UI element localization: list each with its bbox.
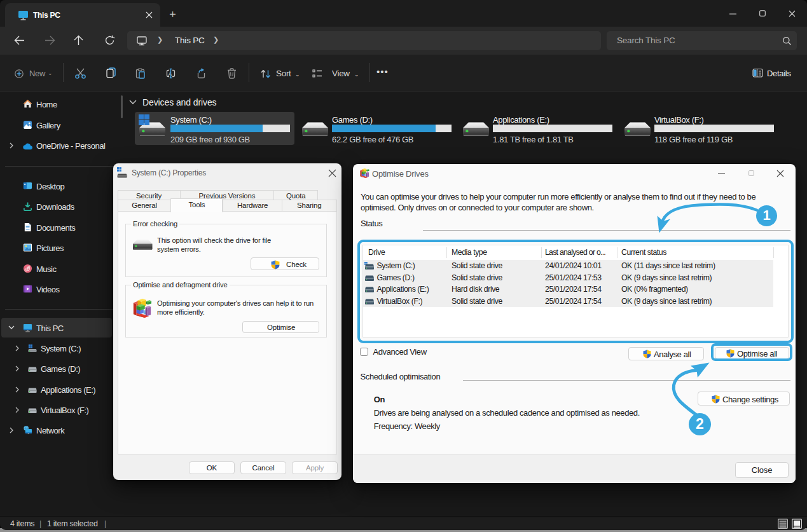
svg-text:A: A [168, 71, 172, 78]
